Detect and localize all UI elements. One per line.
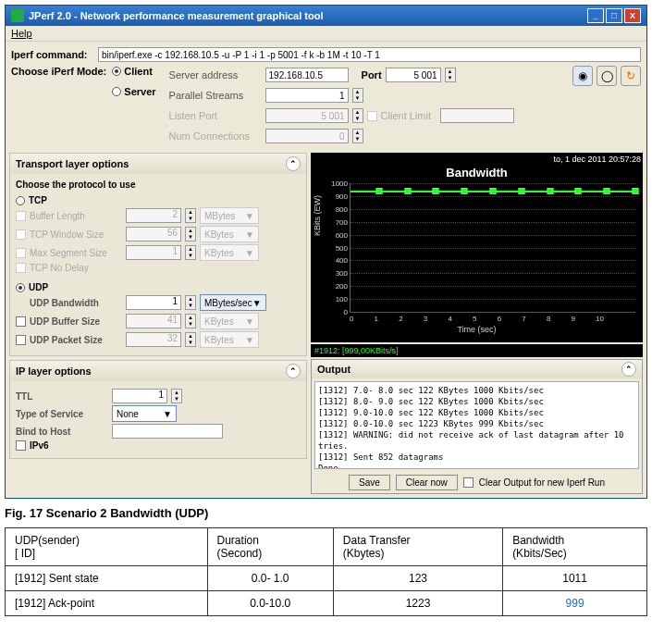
- table-cell: 123: [333, 566, 502, 591]
- bind-input[interactable]: [112, 424, 223, 439]
- udpbw-spinner[interactable]: ▲▼: [185, 295, 196, 310]
- radio-server[interactable]: [112, 87, 121, 96]
- table-row: [1912] Sent state 0.0- 1.0 123 1011: [6, 566, 647, 591]
- menubar: Help: [6, 26, 646, 42]
- server-addr-label: Server address: [169, 69, 262, 80]
- server-label: Server: [124, 86, 155, 97]
- refresh-button[interactable]: ↻: [621, 66, 641, 86]
- table-cell: 0.0-10.0: [207, 591, 333, 616]
- udpbw-input[interactable]: 1: [126, 295, 181, 310]
- collapse-icon[interactable]: ⌃: [621, 362, 636, 377]
- udpbuf-label: UDP Buffer Size: [30, 316, 122, 327]
- output-title: Output: [317, 364, 351, 375]
- udpbuf-unit: KBytes▼: [200, 313, 259, 329]
- run-button[interactable]: ◉: [572, 66, 593, 86]
- port-spinner[interactable]: ▲▼: [445, 68, 456, 82]
- clear-button[interactable]: Clear now: [396, 475, 458, 490]
- transport-panel: Transport layer options⌃ Choose the prot…: [9, 153, 307, 356]
- winsize-spinner: ▲▼: [185, 227, 196, 242]
- ttl-input[interactable]: 1: [112, 389, 167, 403]
- client-limit-label: Client Limit: [381, 110, 437, 121]
- menu-help[interactable]: Help: [11, 28, 32, 39]
- ip-panel: IP layer options⌃ TTL1▲▼ Type of Service…: [9, 360, 307, 459]
- table-cell: 0.0- 1.0: [207, 566, 333, 591]
- table-cell: [1912] Sent state: [6, 566, 208, 591]
- header-cell: Duration: [217, 534, 324, 547]
- mode-label: Choose iPerf Mode:: [11, 66, 106, 77]
- nodelay-label: TCP No Delay: [30, 263, 122, 273]
- udpbw-label: UDP Bandwidth: [30, 298, 122, 308]
- parallel-input[interactable]: 1: [265, 88, 349, 103]
- udpbw-unit[interactable]: MBytes/sec▼: [200, 294, 266, 311]
- winsize-check: [16, 229, 26, 240]
- udppkt-input: 32: [126, 332, 181, 347]
- cmd-label: Iperf command:: [11, 49, 94, 60]
- chart: to, 1 dec 2011 20:57:28 Bandwidth KBits …: [311, 153, 643, 342]
- tos-label: Type of Service: [16, 409, 108, 419]
- radio-client[interactable]: [112, 67, 121, 76]
- minimize-button[interactable]: _: [587, 8, 604, 23]
- udppkt-check[interactable]: [16, 335, 26, 345]
- udpbuf-check[interactable]: [16, 316, 26, 327]
- table-cell: 999: [503, 591, 647, 616]
- chart-legend: #1912: [999,00KBits/s]: [311, 344, 643, 357]
- collapse-icon[interactable]: ⌃: [286, 156, 301, 171]
- maximize-button[interactable]: □: [606, 8, 622, 23]
- chart-plot: 01002003004005006007008009001000: [350, 183, 635, 313]
- header-cell: UDP(sender): [15, 534, 198, 547]
- chart-xticks: 012345678910: [350, 315, 604, 323]
- ipv6-label: IPv6: [30, 440, 49, 451]
- udppkt-label: UDP Packet Size: [30, 335, 122, 345]
- client-limit-input: [440, 108, 514, 123]
- nodelay-check: [16, 263, 26, 273]
- close-button[interactable]: X: [624, 8, 641, 23]
- collapse-icon[interactable]: ⌃: [286, 364, 301, 378]
- output-panel: Output⌃ [1312] 7.0- 8.0 sec 122 KBytes 1…: [311, 359, 643, 494]
- mss-spinner: ▲▼: [185, 245, 196, 260]
- header-cell: (Second): [217, 547, 324, 560]
- radio-tcp[interactable]: [16, 196, 25, 205]
- ipv6-check[interactable]: [16, 440, 26, 451]
- buflen-input: 2: [126, 208, 181, 223]
- header-cell: Data Transfer: [343, 534, 493, 547]
- table-cell: 1011: [503, 566, 647, 591]
- ip-title: IP layer options: [16, 365, 92, 377]
- header-cell: Bandwidth: [512, 534, 637, 547]
- mss-input: 1: [126, 245, 181, 260]
- stop-button[interactable]: ◯: [597, 66, 617, 86]
- num-conn-label: Num Connections: [169, 130, 262, 142]
- tos-select[interactable]: None▼: [112, 405, 177, 422]
- port-input[interactable]: 5 001: [386, 68, 441, 82]
- mss-unit: KBytes▼: [200, 244, 259, 261]
- winsize-unit: KBytes▼: [200, 226, 259, 242]
- cmd-input[interactable]: [98, 47, 641, 62]
- parallel-spinner[interactable]: ▲▼: [352, 88, 363, 103]
- client-limit-check: [367, 111, 377, 121]
- udppkt-spinner: ▲▼: [185, 332, 196, 347]
- num-conn-spinner: ▲▼: [352, 129, 363, 143]
- udpbuf-input: 41: [126, 314, 181, 328]
- chart-xlabel: Time (sec): [313, 325, 641, 334]
- buflen-label: Buffer Length: [30, 211, 122, 221]
- server-addr-input[interactable]: 192.168.10.5: [265, 68, 349, 82]
- radio-udp[interactable]: [16, 283, 25, 292]
- winsize-input: 56: [126, 227, 181, 242]
- clear-output-label: Clear Output for new Iperf Run: [479, 477, 605, 488]
- buflen-spinner: ▲▼: [185, 208, 196, 223]
- bind-label: Bind to Host: [16, 427, 108, 437]
- client-label: Client: [124, 66, 153, 77]
- figure-caption: Fig. 17 Scenario 2 Bandwidth (UDP): [5, 506, 647, 520]
- clear-output-check[interactable]: [463, 477, 474, 488]
- transport-title: Transport layer options: [16, 158, 129, 169]
- window-title: JPerf 2.0 - Network performance measurem…: [29, 10, 324, 21]
- app-window: JPerf 2.0 - Network performance measurem…: [5, 5, 647, 499]
- save-button[interactable]: Save: [349, 475, 390, 490]
- table-row: [1912] Ack-point 0.0-10.0 1223 999: [6, 591, 647, 616]
- app-icon: [11, 9, 24, 22]
- header-cell: (Kbytes): [343, 547, 493, 560]
- listen-port-input: 5 001: [265, 108, 349, 123]
- ttl-spinner[interactable]: ▲▼: [171, 389, 182, 403]
- ttl-label: TTL: [16, 391, 108, 402]
- toolbar: Iperf command: Choose iPerf Mode: Client…: [6, 42, 646, 149]
- protocol-choose-label: Choose the protocol to use: [16, 180, 301, 190]
